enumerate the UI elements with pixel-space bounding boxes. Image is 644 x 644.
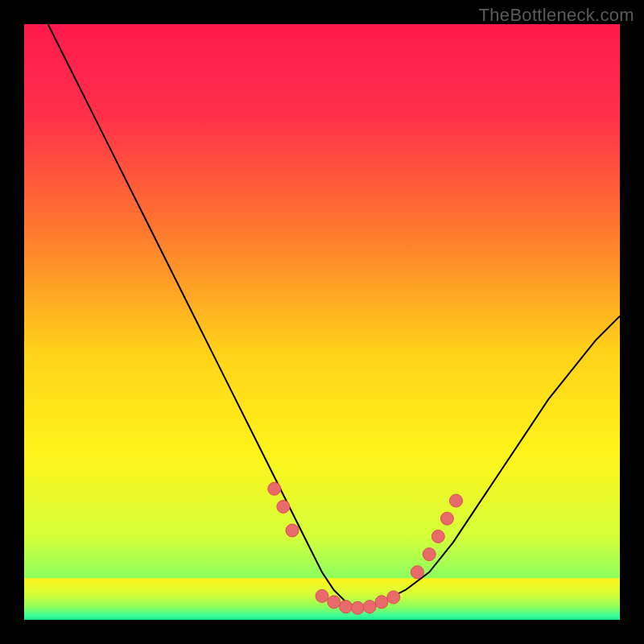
sample-point (340, 601, 353, 613)
sample-point (450, 494, 463, 507)
sample-point (387, 591, 400, 604)
sample-point (363, 601, 376, 613)
plot-area (24, 24, 620, 620)
chart-frame: TheBottleneck.com (0, 0, 644, 644)
sample-point (268, 482, 281, 495)
watermark-text: TheBottleneck.com (479, 5, 634, 26)
sample-point (277, 500, 290, 513)
sample-point (423, 548, 436, 561)
sample-point (316, 589, 328, 602)
sample-point (431, 530, 444, 543)
sample-point (440, 512, 453, 525)
sample-point (351, 601, 364, 614)
sample-point (286, 524, 299, 537)
sample-point-group (268, 482, 463, 614)
sample-point (375, 596, 388, 609)
sample-point (328, 596, 341, 609)
marker-layer (24, 24, 620, 620)
sample-point (411, 566, 423, 579)
